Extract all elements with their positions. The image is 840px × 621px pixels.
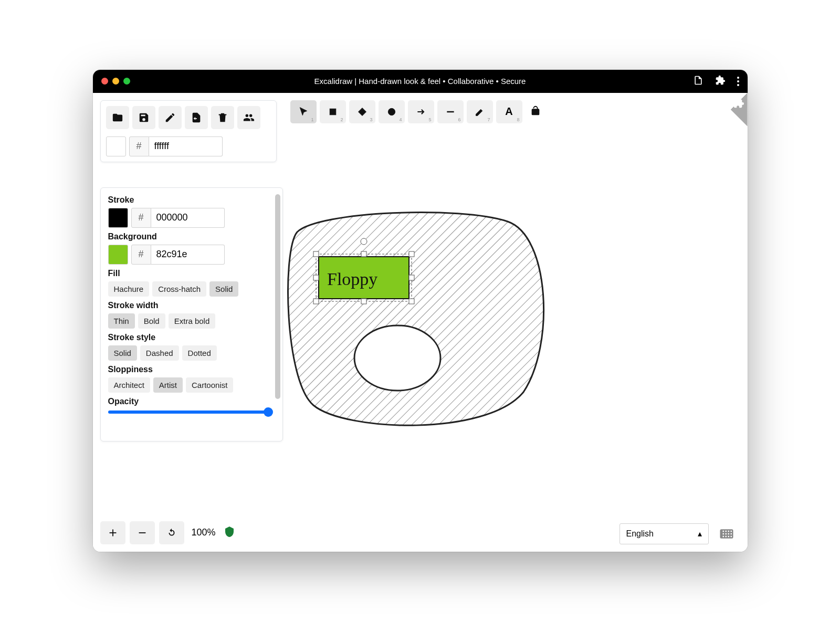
zoom-out-button[interactable] (130, 521, 155, 544)
fill-options: Hachure Cross-hatch Solid (108, 281, 275, 297)
strokestyle-dotted[interactable]: Dotted (182, 345, 217, 361)
file-buttons-row (106, 106, 271, 129)
save-as-button[interactable] (159, 106, 182, 129)
handle-ne[interactable] (409, 251, 414, 257)
tool-line[interactable]: 6 (437, 100, 464, 123)
minimize-window-button[interactable] (112, 78, 119, 85)
opacity-slider[interactable] (108, 411, 275, 414)
handle-sw[interactable] (313, 299, 319, 304)
tool-num: 7 (487, 117, 490, 122)
canvas-bg-hex-input[interactable] (149, 136, 223, 156)
hash-label: # (131, 245, 151, 265)
extension-icon[interactable] (715, 75, 726, 88)
tool-selection[interactable]: 1 (290, 100, 317, 123)
stroke-width-options: Thin Bold Extra bold (108, 313, 275, 329)
titlebar: Excalidraw | Hand-drawn look & feel • Co… (93, 70, 748, 93)
tool-num: 5 (428, 117, 431, 122)
stroke-style-label: Stroke style (108, 333, 275, 342)
background-hex-input[interactable] (151, 245, 225, 265)
text-block-content: Floppy (327, 269, 377, 289)
zoom-bar: 100% (100, 521, 236, 544)
traffic-lights (101, 78, 130, 85)
app-content: Floppy (93, 93, 748, 552)
tool-arrow[interactable]: 5 (408, 100, 434, 123)
stroke-color-row: # (108, 208, 275, 228)
background-swatch[interactable] (108, 245, 128, 265)
strokestyle-solid[interactable]: Solid (108, 345, 137, 361)
maximize-window-button[interactable] (123, 78, 130, 85)
handle-rotate[interactable] (361, 238, 367, 245)
file-panel: # (100, 100, 277, 162)
sloppiness-architect[interactable]: Architect (108, 377, 150, 393)
stroke-label: Stroke (108, 195, 275, 205)
tool-num: 6 (458, 117, 460, 122)
handle-w[interactable] (313, 275, 319, 280)
blob-hole[interactable] (354, 325, 440, 391)
canvas-bg-input-wrap: # (129, 136, 223, 156)
handle-s[interactable] (361, 299, 366, 304)
strokewidth-extrabold[interactable]: Extra bold (169, 313, 216, 329)
tool-toolbar: 1 2 3 4 5 6 7 (290, 100, 545, 123)
canvas-bg-swatch[interactable] (106, 136, 126, 156)
zoom-reset-button[interactable] (159, 521, 184, 544)
background-color-row: # (108, 245, 275, 265)
fill-hachure[interactable]: Hachure (108, 281, 150, 297)
stroke-swatch[interactable] (108, 208, 128, 228)
blob-shape[interactable] (288, 212, 543, 425)
delete-button[interactable] (211, 106, 234, 129)
keyboard-shortcuts-button[interactable] (716, 523, 737, 544)
document-icon[interactable] (693, 75, 704, 88)
collaborate-button[interactable] (237, 106, 260, 129)
background-label: Background (108, 232, 275, 241)
sloppiness-label: Sloppiness (108, 365, 275, 374)
app-window: Excalidraw | Hand-drawn look & feel • Co… (93, 70, 748, 552)
background-input-wrap: # (131, 245, 225, 265)
text-block-bg[interactable] (319, 257, 409, 299)
tool-ellipse[interactable]: 4 (379, 100, 405, 123)
fill-solid[interactable]: Solid (209, 281, 238, 297)
stroke-input-wrap: # (131, 208, 225, 228)
stroke-style-options: Solid Dashed Dotted (108, 345, 275, 361)
props-scrollbar[interactable] (275, 194, 280, 399)
zoom-value: 100% (188, 527, 219, 538)
chevron-up-icon: ▴ (698, 529, 702, 539)
tool-diamond[interactable]: 3 (349, 100, 375, 123)
strokestyle-dashed[interactable]: Dashed (140, 345, 179, 361)
sloppiness-options: Architect Artist Cartoonist (108, 377, 275, 393)
tool-draw[interactable]: 7 (467, 100, 493, 123)
fill-crosshatch[interactable]: Cross-hatch (152, 281, 206, 297)
window-title: Excalidraw | Hand-drawn look & feel • Co… (93, 77, 748, 86)
hash-label: # (129, 136, 149, 156)
handle-se[interactable] (409, 299, 414, 304)
handle-e[interactable] (409, 275, 414, 280)
library-corner-button[interactable] (714, 93, 748, 127)
tool-rectangle[interactable]: 2 (320, 100, 346, 123)
handle-nw[interactable] (313, 251, 319, 257)
save-button[interactable] (132, 106, 155, 129)
export-button[interactable] (185, 106, 208, 129)
tool-num: 3 (370, 117, 372, 122)
handle-n[interactable] (361, 251, 366, 257)
titlebar-right (693, 75, 739, 88)
language-value: English (626, 529, 654, 539)
open-button[interactable] (106, 106, 129, 129)
sloppiness-cartoonist[interactable]: Cartoonist (186, 377, 233, 393)
lock-button[interactable] (526, 105, 545, 119)
strokewidth-bold[interactable]: Bold (138, 313, 165, 329)
opacity-label: Opacity (108, 397, 275, 406)
svg-point-2 (388, 108, 395, 115)
kebab-menu-icon[interactable] (737, 77, 739, 86)
svg-rect-1 (330, 109, 336, 115)
zoom-in-button[interactable] (100, 521, 125, 544)
sloppiness-artist[interactable]: Artist (153, 377, 183, 393)
tool-text[interactable]: A 8 (496, 100, 522, 123)
close-window-button[interactable] (101, 78, 108, 85)
tool-num: 2 (340, 117, 343, 122)
strokewidth-thin[interactable]: Thin (108, 313, 135, 329)
canvas-bg-row: # (106, 136, 271, 156)
stroke-hex-input[interactable] (151, 208, 225, 228)
language-select[interactable]: English ▴ (620, 523, 709, 544)
encrypted-icon (223, 525, 236, 540)
selection-outline (316, 254, 412, 301)
properties-panel: Stroke # Background # Fill Hachure Cros (100, 187, 283, 441)
